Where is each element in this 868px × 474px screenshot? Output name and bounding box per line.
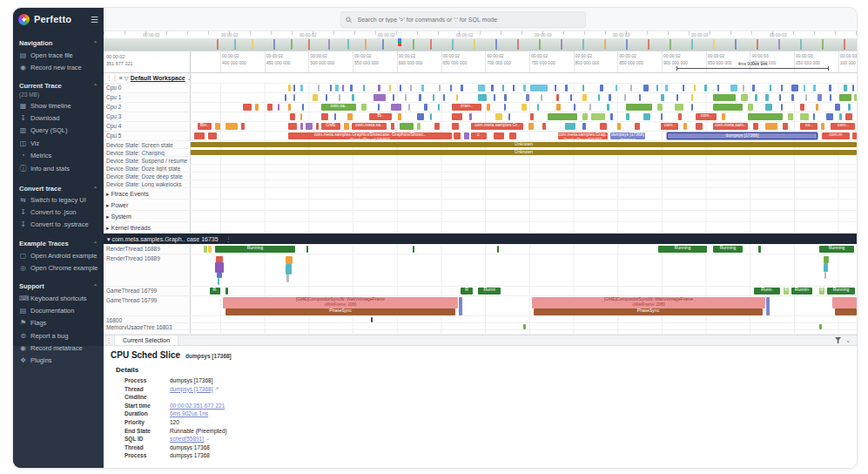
slice[interactable] <box>225 288 228 295</box>
slice[interactable] <box>753 123 758 130</box>
track-canvas[interactable] <box>191 330 857 334</box>
slice[interactable] <box>616 85 617 91</box>
slice[interactable] <box>288 104 291 111</box>
slice[interactable] <box>722 113 725 120</box>
slice[interactable]: com.meta.samples.Gr.. <box>471 123 523 130</box>
slice[interactable] <box>334 113 336 120</box>
track-name[interactable]: Device State: Suspend / resume <box>104 157 191 164</box>
slice[interactable] <box>845 113 852 120</box>
slice[interactable] <box>286 274 289 282</box>
slice[interactable]: [GME]CompositorSyncW::WaitVsImageFrameuW… <box>532 297 765 308</box>
slice[interactable] <box>743 85 744 91</box>
slice[interactable] <box>537 104 539 111</box>
slice[interactable] <box>565 123 575 130</box>
slice[interactable] <box>607 104 609 111</box>
track-name[interactable]: Device State: Doze light state <box>104 165 191 172</box>
slice[interactable] <box>241 123 245 130</box>
slice[interactable] <box>748 104 753 111</box>
slice[interactable] <box>665 85 668 91</box>
slice[interactable] <box>730 85 737 91</box>
slice[interactable] <box>361 104 367 111</box>
overview-band[interactable] <box>104 38 857 51</box>
track-name[interactable]: Cpu 1 <box>104 93 191 102</box>
slice[interactable] <box>215 123 220 130</box>
slice[interactable] <box>285 94 286 101</box>
detail-value[interactable]: 00:00:02.351 677 221 <box>170 402 225 410</box>
tab-current-selection[interactable]: Current Selection <box>115 335 178 345</box>
slice[interactable] <box>600 123 607 130</box>
slice[interactable] <box>819 324 822 329</box>
slice[interactable] <box>600 85 603 91</box>
slice[interactable]: R <box>461 288 473 295</box>
collapse-panel-icon[interactable]: ⌄ <box>845 337 851 344</box>
slice[interactable] <box>704 85 707 91</box>
track-canvas[interactable]: R.RRunniRunn.RRunninRRunning <box>191 287 857 295</box>
slice[interactable]: Running <box>713 246 743 253</box>
slice[interactable] <box>835 308 857 315</box>
slice[interactable] <box>513 85 515 91</box>
slice[interactable]: Bi.. <box>369 113 392 120</box>
drag-indicator-icon[interactable]: ⋮⋮ <box>106 75 118 82</box>
slice[interactable] <box>208 246 212 253</box>
slice[interactable]: R. <box>210 288 220 295</box>
slice[interactable] <box>832 297 857 308</box>
sidebar-item-info-and-stats[interactable]: ⓘInfo and stats <box>13 161 104 175</box>
slice[interactable] <box>450 85 452 91</box>
slice[interactable]: com.sa.. <box>321 104 356 111</box>
slice[interactable] <box>290 113 295 120</box>
slice[interactable] <box>848 104 851 111</box>
slice[interactable] <box>683 85 684 91</box>
sidebar-item-record-new-trace[interactable]: ◉Record new trace <box>13 61 104 73</box>
slice[interactable] <box>713 94 736 101</box>
slice[interactable] <box>405 94 407 101</box>
detail-value-suffix-icon[interactable]: ⌄ <box>205 435 210 444</box>
filter-icon[interactable]: ▽ <box>124 75 129 82</box>
slice[interactable] <box>464 132 469 139</box>
slice[interactable] <box>504 94 507 101</box>
slice[interactable]: Runnin <box>791 288 812 295</box>
hamburger-menu-icon[interactable]: ☰ <box>91 15 98 24</box>
slice[interactable] <box>542 123 546 130</box>
slice[interactable]: PhaseSync <box>225 308 455 315</box>
drag-handle-icon[interactable]: ⋮ <box>104 335 115 345</box>
slice[interactable]: Unknown <box>191 142 857 147</box>
slice[interactable] <box>326 94 327 101</box>
slice[interactable] <box>255 104 259 111</box>
slice[interactable] <box>350 85 353 91</box>
track-canvas[interactable] <box>191 254 857 286</box>
sidebar-item-switch-to-legacy-ui[interactable]: ⇆Switch to legacy UI <box>13 194 104 207</box>
slice[interactable]: com.. <box>661 123 678 130</box>
track-name[interactable]: Cpu 4 <box>104 122 191 131</box>
slice[interactable] <box>683 123 687 130</box>
slice[interactable] <box>208 132 217 139</box>
slice[interactable]: Running <box>827 288 855 295</box>
slice[interactable] <box>548 113 577 120</box>
slice[interactable] <box>508 113 510 120</box>
chevron-up-icon[interactable]: ⌃ <box>93 283 98 289</box>
sidebar-item-show-timeline[interactable]: ▦Show timeline <box>13 99 104 112</box>
track-name[interactable]: ▸ Kernel threads <box>104 222 191 233</box>
slice[interactable] <box>391 123 394 130</box>
slice[interactable] <box>352 94 354 101</box>
slice[interactable] <box>556 104 561 111</box>
track-canvas[interactable] <box>191 173 857 179</box>
slice[interactable] <box>609 94 611 101</box>
slice[interactable] <box>225 123 238 130</box>
slice[interactable] <box>378 104 380 111</box>
slice[interactable] <box>691 104 693 111</box>
process-group-header[interactable]: ▾ com.meta.samples.Graph.. case 16735⋮ <box>104 234 857 245</box>
track-name[interactable]: Device State: Screen state <box>104 141 191 148</box>
slice[interactable] <box>626 113 629 120</box>
slice[interactable] <box>216 256 223 262</box>
slice[interactable]: co.. <box>800 123 818 130</box>
slice[interactable] <box>438 104 440 111</box>
slice[interactable]: Running <box>819 246 854 253</box>
track-canvas[interactable]: com.meta.samples.GraphicsShowcase: Graph… <box>191 132 857 140</box>
slice[interactable] <box>741 94 748 101</box>
slice[interactable] <box>373 94 386 101</box>
track-canvas[interactable] <box>191 165 857 172</box>
slice[interactable]: com.. <box>831 123 855 130</box>
slice[interactable] <box>781 85 783 91</box>
track-name[interactable]: Cpu 5 <box>104 132 191 140</box>
slice[interactable] <box>752 85 755 91</box>
